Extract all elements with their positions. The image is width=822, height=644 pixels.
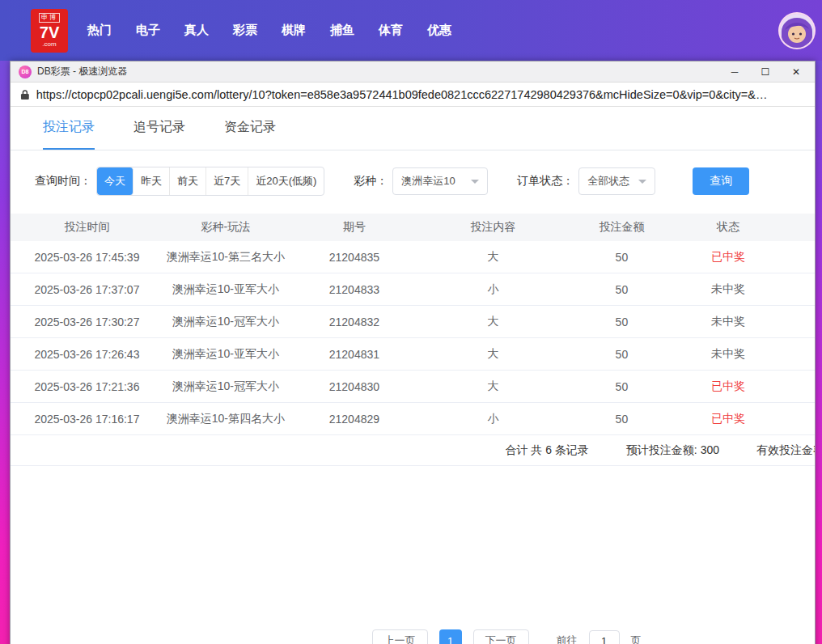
window-controls: ─ ☐ ✕ [729, 66, 807, 78]
cell-amount: 50 [566, 348, 678, 361]
site-logo[interactable]: 申博 7V .com [31, 9, 68, 53]
table-row: 2025-03-26 17:30:27澳洲幸运10-冠军大小21204832大5… [11, 306, 815, 338]
time-option-2[interactable]: 昨天 [133, 167, 170, 195]
cell-time: 2025-03-26 17:21:36 [11, 380, 163, 393]
tab-2[interactable]: 追号记录 [133, 107, 185, 150]
table-row: 2025-03-26 17:37:07澳洲幸运10-亚军大小21204833小5… [11, 273, 815, 306]
table-header-row: 投注时间彩种-玩法期号投注内容投注金额状态 [11, 214, 815, 241]
time-filter-group: 今天昨天前天近7天近20天(低频) [96, 167, 324, 196]
cell-game: 澳洲幸运10-冠军大小 [163, 379, 288, 394]
browser-app-icon: D8 [19, 66, 32, 78]
cell-content: 小 [421, 282, 566, 297]
time-option-3[interactable]: 前天 [170, 167, 206, 195]
lottery-filter-label: 彩种： [354, 174, 388, 189]
tab-3[interactable]: 资金记录 [224, 107, 276, 150]
pagination: 上一页 1 下一页 前往 页 [104, 629, 815, 644]
column-header-status: 状态 [678, 220, 778, 235]
time-filter-label: 查询时间： [35, 174, 91, 189]
minimize-button[interactable]: ─ [729, 66, 740, 78]
url-bar[interactable]: https://ctopcp02pcali.uengi5e.com/lotter… [11, 83, 815, 107]
time-option-5[interactable]: 近20天(低频) [248, 167, 324, 195]
cell-issue: 21204833 [288, 283, 421, 296]
column-header-amount: 投注金额 [566, 220, 678, 235]
cell-game: 澳洲幸运10-亚军大小 [163, 347, 288, 362]
avatar-image [780, 14, 814, 48]
cell-content: 大 [421, 250, 566, 265]
table-row: 2025-03-26 17:45:39澳洲幸运10-第三名大小21204835大… [11, 241, 815, 273]
cell-status: 已中奖 [678, 379, 778, 394]
table-row: 2025-03-26 17:26:43澳洲幸运10-亚军大小21204831大5… [11, 338, 815, 371]
window-title: DB彩票 - 极速浏览器 [37, 65, 127, 78]
lottery-select[interactable]: 澳洲幸运10 [392, 167, 488, 195]
cell-content: 小 [421, 412, 566, 426]
cell-amount: 50 [566, 413, 678, 426]
cell-time: 2025-03-26 17:26:43 [11, 348, 163, 361]
cell-issue: 21204831 [288, 348, 421, 361]
cell-amount: 50 [566, 380, 678, 393]
prev-page-button[interactable]: 上一页 [372, 629, 428, 644]
site-nav-item-4[interactable]: 彩票 [233, 23, 257, 38]
chevron-down-icon [471, 180, 479, 184]
site-nav-item-3[interactable]: 真人 [184, 23, 209, 38]
avatar[interactable] [778, 12, 816, 49]
bet-records-table: 投注时间彩种-玩法期号投注内容投注金额状态 2025-03-26 17:45:3… [11, 214, 815, 435]
column-header-issue: 期号 [288, 220, 421, 235]
cell-amount: 50 [566, 283, 678, 296]
cell-time: 2025-03-26 17:37:07 [11, 283, 163, 296]
column-header-time: 投注时间 [11, 220, 163, 235]
cell-time: 2025-03-26 17:45:39 [11, 251, 163, 264]
goto-page-input[interactable] [589, 630, 620, 644]
site-nav-item-7[interactable]: 体育 [379, 23, 403, 38]
cell-issue: 21204832 [288, 316, 421, 328]
cell-amount: 50 [566, 316, 678, 328]
time-option-4[interactable]: 近7天 [206, 167, 248, 195]
site-nav-item-8[interactable]: 优惠 [427, 23, 451, 38]
site-nav: 热门电子真人彩票棋牌捕鱼体育优惠 [87, 23, 451, 38]
lottery-select-value: 澳洲幸运10 [401, 174, 455, 189]
cell-status: 未中奖 [678, 282, 778, 297]
site-logo-sub-text: .com [42, 41, 56, 48]
url-text: https://ctopcp02pcali.uengi5e.com/lotter… [36, 88, 805, 101]
lock-icon [20, 89, 30, 100]
cell-content: 大 [421, 315, 566, 329]
table-row: 2025-03-26 17:21:36澳洲幸运10-冠军大小21204830大5… [11, 371, 815, 403]
cell-issue: 21204835 [288, 251, 421, 264]
cell-status: 未中奖 [678, 315, 778, 329]
window-title-bar[interactable]: D8 DB彩票 - 极速浏览器 ─ ☐ ✕ [11, 61, 815, 83]
record-tabs: 投注记录追号记录资金记录 [11, 107, 815, 150]
summary-valid-amount: 有效投注金额 [756, 443, 815, 458]
close-button[interactable]: ✕ [790, 66, 802, 78]
cell-game: 澳洲幸运10-冠军大小 [163, 315, 288, 329]
tab-1[interactable]: 投注记录 [43, 107, 95, 150]
site-nav-item-1[interactable]: 热门 [87, 23, 112, 38]
status-filter-label: 订单状态： [517, 174, 574, 189]
current-page-button[interactable]: 1 [439, 629, 462, 644]
cell-status: 已中奖 [678, 250, 778, 265]
cell-issue: 21204829 [288, 413, 421, 426]
site-nav-item-6[interactable]: 捕鱼 [330, 23, 354, 38]
order-status-select[interactable]: 全部状态 [578, 167, 655, 195]
cell-time: 2025-03-26 17:30:27 [11, 316, 163, 328]
cell-status: 已中奖 [678, 412, 778, 426]
search-button[interactable]: 查询 [693, 167, 749, 195]
site-logo-main-text: 7V [40, 24, 59, 40]
cell-game: 澳洲幸运10-第三名大小 [163, 250, 288, 265]
time-option-1[interactable]: 今天 [97, 167, 133, 195]
next-page-button[interactable]: 下一页 [473, 629, 529, 644]
browser-window: D8 DB彩票 - 极速浏览器 ─ ☐ ✕ https://ctopcp02pc… [10, 61, 816, 644]
summary-bar: 合计 共 6 条记录 预计投注金额: 300 有效投注金额 [11, 435, 815, 466]
chevron-down-icon [638, 180, 646, 184]
goto-page-label: 前往 [557, 633, 578, 644]
maximize-button[interactable]: ☐ [760, 66, 771, 78]
cell-content: 大 [421, 379, 566, 394]
cell-game: 澳洲幸运10-第四名大小 [163, 412, 288, 426]
site-nav-item-5[interactable]: 棋牌 [282, 23, 306, 38]
lottery-records-page: 投注记录追号记录资金记录 查询时间： 今天昨天前天近7天近20天(低频) 彩种：… [11, 107, 815, 644]
order-status-select-value: 全部状态 [587, 174, 629, 189]
table-row: 2025-03-26 17:16:17澳洲幸运10-第四名大小21204829小… [11, 403, 815, 435]
site-nav-item-2[interactable]: 电子 [136, 23, 160, 38]
cell-amount: 50 [566, 251, 678, 264]
cell-issue: 21204830 [288, 380, 421, 393]
cell-status: 未中奖 [678, 347, 778, 362]
filter-bar: 查询时间： 今天昨天前天近7天近20天(低频) 彩种： 澳洲幸运10 订单状态：… [11, 150, 815, 196]
